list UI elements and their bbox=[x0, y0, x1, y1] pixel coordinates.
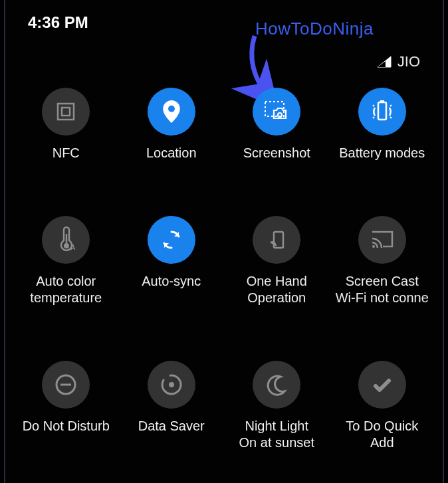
tile-label: Do Not Disturb bbox=[23, 418, 110, 435]
location-icon bbox=[148, 88, 195, 136]
moon-icon bbox=[253, 361, 300, 409]
watermark-text: HowToDoNinja bbox=[255, 19, 374, 39]
tile-label: Battery modes bbox=[339, 145, 425, 161]
svg-point-15 bbox=[169, 382, 174, 387]
tile-label: Location bbox=[146, 145, 197, 161]
tile-label: Data Saver bbox=[138, 418, 205, 435]
sync-icon bbox=[148, 216, 195, 264]
checkmark-icon bbox=[358, 361, 406, 409]
tile-do-not-disturb[interactable]: Do Not Disturb bbox=[13, 361, 119, 451]
tile-nfc[interactable]: NFC bbox=[13, 88, 119, 161]
tile-screenshot[interactable]: Screenshot bbox=[224, 88, 330, 161]
tile-label: Auto color temperature bbox=[30, 273, 102, 306]
tile-screen-cast[interactable]: Screen Cast Wi-Fi not conne bbox=[330, 216, 435, 306]
svg-rect-1 bbox=[62, 108, 70, 116]
data-saver-icon bbox=[148, 361, 195, 409]
tile-label: One Hand Operation bbox=[247, 273, 307, 306]
tile-label: Auto-sync bbox=[142, 273, 201, 290]
tile-auto-color-temperature[interactable]: A Auto color temperature bbox=[13, 216, 119, 306]
battery-icon bbox=[358, 88, 406, 136]
clock-time: 4:36 PM bbox=[28, 13, 88, 32]
tile-todo-quick-add[interactable]: To Do Quick Add bbox=[330, 361, 435, 451]
carrier-label: JIO bbox=[397, 53, 420, 70]
svg-rect-6 bbox=[380, 100, 384, 102]
svg-point-4 bbox=[278, 113, 282, 117]
tile-label: Screen Cast Wi-Fi not conne bbox=[336, 273, 429, 306]
cast-icon bbox=[358, 216, 406, 264]
svg-point-11 bbox=[372, 245, 375, 248]
tile-label: Night Light On at sunset bbox=[239, 418, 314, 451]
one-hand-icon bbox=[253, 216, 300, 264]
quick-settings-panel: 4:36 PM HowToDoNinja JIO NFC bbox=[4, 0, 444, 483]
tile-one-hand-operation[interactable]: One Hand Operation bbox=[224, 216, 330, 306]
tile-label: NFC bbox=[53, 145, 80, 161]
signal-indicator: JIO bbox=[376, 53, 420, 70]
tile-battery-modes[interactable]: Battery modes bbox=[330, 88, 435, 161]
tile-label: Screenshot bbox=[243, 145, 310, 161]
nfc-icon bbox=[42, 88, 90, 136]
svg-rect-0 bbox=[58, 104, 74, 120]
tile-auto-sync[interactable]: Auto-sync bbox=[119, 216, 225, 306]
cellular-signal-icon bbox=[376, 55, 392, 68]
tile-location[interactable]: Location bbox=[119, 88, 225, 161]
svg-text:A: A bbox=[70, 244, 75, 251]
quick-settings-grid: NFC Location Screenshot bbox=[13, 88, 435, 451]
screenshot-icon bbox=[253, 88, 300, 136]
svg-rect-5 bbox=[378, 102, 386, 120]
tile-label: To Do Quick Add bbox=[346, 418, 418, 451]
svg-point-2 bbox=[168, 106, 175, 112]
tile-night-light[interactable]: Night Light On at sunset bbox=[224, 361, 330, 451]
thermometer-icon: A bbox=[42, 216, 90, 264]
dnd-icon bbox=[42, 361, 90, 409]
tile-data-saver[interactable]: Data Saver bbox=[119, 361, 225, 451]
